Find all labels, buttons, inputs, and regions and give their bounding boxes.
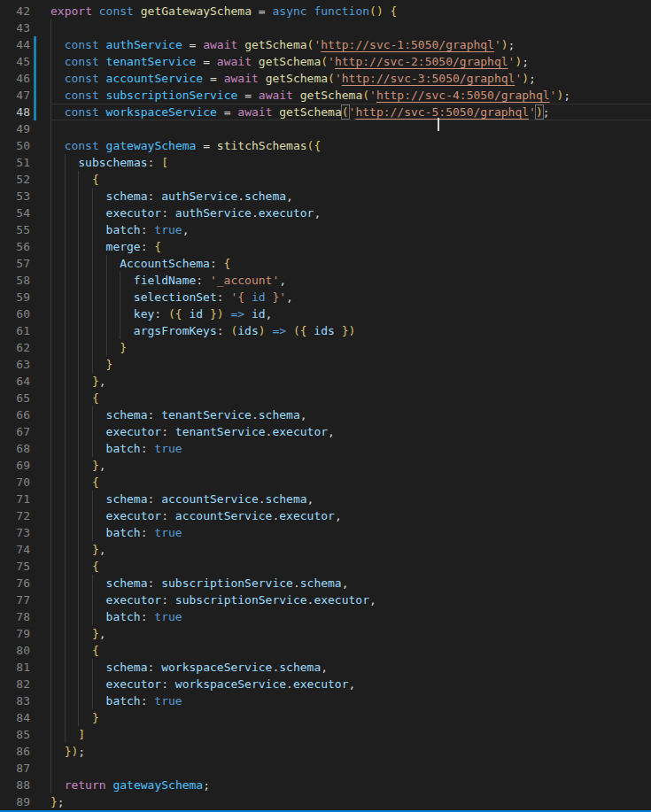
line-number[interactable]: 46	[0, 70, 30, 87]
code-line[interactable]: 46const accountService = await getSchema…	[0, 70, 651, 87]
code-line[interactable]: 62}	[0, 339, 651, 356]
code-line[interactable]: 56merge: {	[0, 238, 651, 255]
line-number[interactable]: 48	[0, 104, 30, 120]
code-line[interactable]: 52{	[0, 171, 651, 188]
line-number[interactable]: 47	[0, 87, 30, 104]
code-line[interactable]: 82executor: workspaceService.executor,	[0, 676, 651, 692]
code-line[interactable]: 86});	[0, 743, 651, 760]
line-number[interactable]: 80	[0, 642, 30, 659]
line-number[interactable]: 87	[0, 760, 30, 777]
line-number[interactable]: 65	[0, 390, 30, 406]
link-text[interactable]: http://svc-2:5050/graphql	[335, 55, 508, 68]
link-text[interactable]: http://svc-1:5050/graphql	[321, 38, 494, 51]
code-line[interactable]: 88return gatewaySchema;	[0, 777, 651, 793]
link-text[interactable]: http://svc-4:5050/graphql	[376, 89, 550, 102]
code-line[interactable]: 71schema: accountService.schema,	[0, 491, 651, 507]
line-number[interactable]: 44	[0, 36, 30, 53]
line-number[interactable]: 64	[0, 373, 30, 390]
line-number[interactable]: 49	[0, 120, 30, 137]
line-number[interactable]: 74	[0, 541, 30, 558]
line-number[interactable]: 81	[0, 659, 30, 676]
line-number[interactable]: 63	[0, 356, 30, 373]
code-line[interactable]: 70{	[0, 474, 651, 491]
line-number[interactable]: 43	[0, 19, 30, 36]
code-line[interactable]: 81schema: workspaceService.schema,	[0, 659, 651, 676]
line-number[interactable]: 55	[0, 221, 30, 238]
code-line[interactable]: 76schema: subscriptionService.schema,	[0, 575, 651, 592]
line-number[interactable]: 78	[0, 608, 30, 625]
code-line[interactable]: 64},	[0, 373, 651, 390]
code-line[interactable]: 67executor: tenantService.executor,	[0, 423, 651, 440]
line-number[interactable]: 84	[0, 709, 30, 726]
code-line[interactable]: 74},	[0, 541, 651, 558]
code-line[interactable]: 54executor: authService.executor,	[0, 205, 651, 221]
line-number[interactable]: 76	[0, 575, 30, 592]
code-line[interactable]: 77executor: subscriptionService.executor…	[0, 592, 651, 608]
line-number[interactable]: 71	[0, 491, 30, 507]
code-line[interactable]: 75{	[0, 558, 651, 575]
line-number[interactable]: 82	[0, 676, 30, 692]
line-number[interactable]: 58	[0, 272, 30, 289]
code-line[interactable]: 57AccountSchema: {	[0, 255, 651, 272]
code-line[interactable]: 48const workspaceService = await getSche…	[0, 104, 651, 120]
link-text[interactable]: http://svc-5	[355, 105, 438, 119]
code-line[interactable]: 63}	[0, 356, 651, 373]
code-line[interactable]: 78batch: true	[0, 608, 651, 625]
code-line[interactable]: 61argsFromKeys: (ids) => ({ ids })	[0, 322, 651, 339]
code-line[interactable]: 72executor: accountService.executor,	[0, 507, 651, 524]
code-line[interactable]: 85]	[0, 726, 651, 743]
line-number[interactable]: 83	[0, 692, 30, 709]
line-number[interactable]: 66	[0, 406, 30, 423]
line-number[interactable]: 86	[0, 743, 30, 760]
code-line[interactable]: 53schema: authService.schema,	[0, 188, 651, 205]
line-number[interactable]: 53	[0, 188, 30, 205]
code-line[interactable]: 83batch: true	[0, 692, 651, 709]
line-number[interactable]: 50	[0, 137, 30, 154]
code-line[interactable]: 68batch: true	[0, 440, 651, 457]
line-number[interactable]: 88	[0, 777, 30, 793]
line-number[interactable]: 52	[0, 171, 30, 188]
code-line[interactable]: 80{	[0, 642, 651, 659]
line-number[interactable]: 72	[0, 507, 30, 524]
link-text[interactable]: :5050/graphql	[438, 105, 529, 119]
line-number[interactable]: 45	[0, 53, 30, 70]
line-number[interactable]: 61	[0, 322, 30, 339]
line-number[interactable]: 51	[0, 154, 30, 171]
line-number[interactable]: 42	[0, 3, 30, 19]
link-text[interactable]: http://svc-3:5050/graphql	[342, 72, 515, 85]
line-number[interactable]: 57	[0, 255, 30, 272]
code-line[interactable]: 69},	[0, 457, 651, 474]
code-line[interactable]: 66schema: tenantService.schema,	[0, 406, 651, 423]
code-line[interactable]: 59selectionSet: '{ id }',	[0, 289, 651, 305]
line-number[interactable]: 54	[0, 205, 30, 221]
line-number[interactable]: 68	[0, 440, 30, 457]
code-line[interactable]: 47const subscriptionService = await getS…	[0, 87, 651, 104]
code-line[interactable]: 89};	[0, 793, 651, 810]
code-line[interactable]: 51subschemas: [	[0, 154, 651, 171]
line-number[interactable]: 60	[0, 305, 30, 322]
line-number[interactable]: 73	[0, 524, 30, 541]
line-number[interactable]: 85	[0, 726, 30, 743]
code-line[interactable]: 45const tenantService = await getSchema(…	[0, 53, 651, 70]
code-line[interactable]: 87	[0, 760, 651, 777]
code-line[interactable]: 73batch: true	[0, 524, 651, 541]
code-line[interactable]: 42export const getGatewaySchema = async …	[0, 3, 651, 19]
line-number[interactable]: 75	[0, 558, 30, 575]
code-line[interactable]: 60key: ({ id }) => id,	[0, 305, 651, 322]
code-line[interactable]: 49	[0, 120, 651, 137]
code-line[interactable]: 65{	[0, 390, 651, 406]
line-number[interactable]: 59	[0, 289, 30, 305]
line-number[interactable]: 69	[0, 457, 30, 474]
code-editor[interactable]: 42export const getGatewaySchema = async …	[0, 0, 651, 812]
line-number[interactable]: 77	[0, 592, 30, 608]
line-number[interactable]: 56	[0, 238, 30, 255]
code-line[interactable]: 84}	[0, 709, 651, 726]
line-number[interactable]: 89	[0, 793, 30, 810]
code-line[interactable]: 55batch: true,	[0, 221, 651, 238]
code-line[interactable]: 58fieldName: '_account',	[0, 272, 651, 289]
line-number[interactable]: 62	[0, 339, 30, 356]
code-line[interactable]: 43	[0, 19, 651, 36]
code-line[interactable]: 50const gatewaySchema = stitchSchemas({	[0, 137, 651, 154]
code-line[interactable]: 44const authService = await getSchema('h…	[0, 36, 651, 53]
line-number[interactable]: 70	[0, 474, 30, 491]
